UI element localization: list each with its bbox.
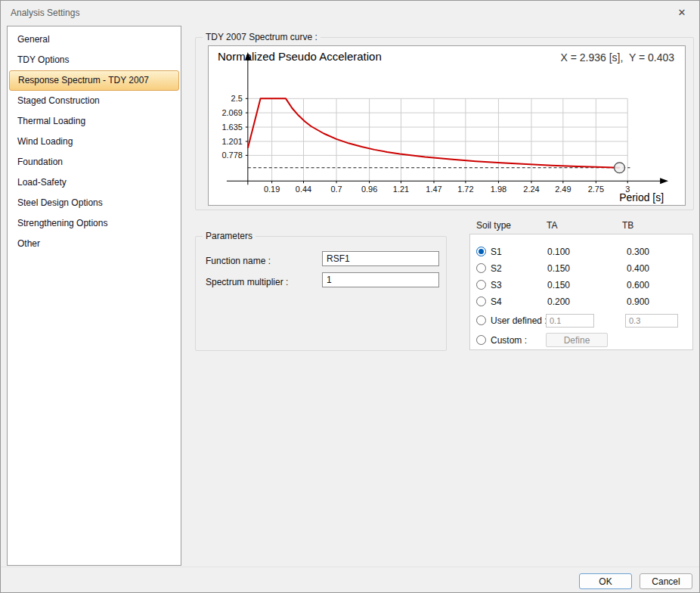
sidebar-item-tdy-options[interactable]: TDY Options [8,50,181,70]
function-name-label: Function name : [206,256,271,266]
analysis-settings-dialog: Analysis Settings ✕ General TDY Options … [0,0,700,593]
x-axis-label: Period [s] [619,191,664,203]
soil-s4-label: S4 [491,296,502,307]
sidebar-item-thermal-loading[interactable]: Thermal Loading [8,111,181,132]
spectrum-groupbox-label: TDY 2007 Spectrum curve : [203,32,321,42]
soil-type-panel: S1 0.100 0.300 S2 0.150 0.400 S3 0.150 0… [469,234,693,350]
sidebar-item-load-safety[interactable]: Load-Safety [8,172,181,193]
x-tick-label: 0.19 [264,185,280,194]
footer-divider [1,567,699,567]
cursor-coordinates-readout: X = 2.936 [s], Y = 0.403 [561,51,675,64]
x-tick-label: 1.47 [426,185,441,194]
radio-s2[interactable] [476,263,486,273]
soil-s3-tb-value: 0.600 [627,280,649,290]
soil-s3-ta-value: 0.150 [547,280,570,290]
close-icon[interactable]: ✕ [664,1,699,24]
spectrum-chart-svg[interactable]: 0.190.440.70.961.211.471.721.982.242.492… [209,46,685,205]
tb-column-header: TB [622,220,633,231]
sidebar-item-wind-loading[interactable]: Wind Loading [8,132,181,152]
sidebar-item-steel-design-options[interactable]: Steel Design Options [8,193,181,213]
spectrum-multiplier-label: Spectrum multiplier : [206,277,288,287]
parameters-groupbox-label: Parameters [203,231,256,241]
x-axis-arrow-icon [660,178,668,184]
soil-row-s3[interactable]: S3 0.150 0.600 [476,278,688,292]
ta-column-header: TA [547,220,557,231]
window-title: Analysis Settings [11,8,79,18]
settings-category-list: General TDY Options Response Spectrum - … [7,26,181,566]
x-tick-label: 0.96 [361,185,377,194]
soil-row-user-defined[interactable]: User defined : [476,313,688,328]
y-tick-label: 1.201 [221,137,242,146]
spectrum-groupbox: TDY 2007 Spectrum curve : 0.190.440.70.9… [195,37,694,210]
spectrum-chart-area[interactable]: 0.190.440.70.961.211.471.721.982.242.492… [208,45,686,206]
sidebar-item-response-spectrum-tdy-2007[interactable]: Response Spectrum - TDY 2007 [9,70,179,91]
radio-s1[interactable] [476,247,486,256]
x-tick-label: 2.75 [588,185,604,194]
spectrum-multiplier-input[interactable] [322,272,439,287]
x-tick-label: 2.24 [523,185,539,194]
y-tick-label: 2.5 [231,94,243,103]
sidebar-item-strengthening-options[interactable]: Strengthening Options [8,213,181,234]
radio-s3[interactable] [476,280,486,290]
soil-row-s1[interactable]: S1 0.100 0.300 [476,244,688,259]
user-defined-tb-input[interactable] [625,314,678,328]
y-tick-label: 0.778 [221,151,242,160]
soil-s1-tb-value: 0.300 [627,247,649,257]
soil-s2-label: S2 [491,263,502,274]
titlebar[interactable]: Analysis Settings ✕ [1,1,699,25]
user-defined-ta-input[interactable] [546,314,594,328]
x-tick-label: 0.44 [296,185,311,194]
x-tick-label: 1.98 [491,185,506,194]
chart-title: Normalized Pseudo Acceleration [218,50,382,63]
soil-s2-tb-value: 0.400 [627,263,649,274]
define-button[interactable]: Define [546,333,608,347]
custom-label: Custom : [491,335,527,346]
soil-s3-label: S3 [491,280,502,290]
soil-s1-ta-value: 0.100 [547,247,570,257]
radio-custom[interactable] [476,335,486,345]
sidebar-item-general[interactable]: General [8,29,181,50]
soil-s4-ta-value: 0.200 [547,296,570,307]
y-tick-label: 2.069 [221,108,242,117]
ok-button[interactable]: OK [579,573,632,589]
x-tick-label: 1.21 [393,185,409,194]
sidebar-item-staged-construction[interactable]: Staged Construction [8,91,181,111]
soil-row-custom[interactable]: Custom : Define [476,333,688,347]
x-tick-label: 1.72 [457,185,473,194]
parameters-groupbox: Parameters Function name : Spectrum mult… [195,236,447,351]
user-defined-label: User defined : [491,315,547,326]
x-tick-label: 2.49 [555,185,571,194]
x-tick-label: 0.7 [330,185,342,194]
sidebar-item-foundation[interactable]: Foundation [8,152,181,172]
soil-row-s2[interactable]: S2 0.150 0.400 [476,261,688,275]
y-tick-label: 1.635 [221,123,242,132]
function-name-input[interactable] [322,251,439,266]
soil-s2-ta-value: 0.150 [547,263,570,274]
cancel-button[interactable]: Cancel [640,573,692,589]
cursor-marker [615,163,625,173]
sidebar-item-other[interactable]: Other [8,234,181,254]
radio-s4[interactable] [476,296,486,306]
soil-s1-label: S1 [491,247,502,257]
soil-s4-tb-value: 0.900 [627,296,649,307]
soil-type-table-header: Soil type TA TB [469,220,693,231]
soil-row-s4[interactable]: S4 0.200 0.900 [476,294,688,309]
soil-type-column-header: Soil type [476,220,511,231]
radio-user-defined[interactable] [476,315,486,325]
